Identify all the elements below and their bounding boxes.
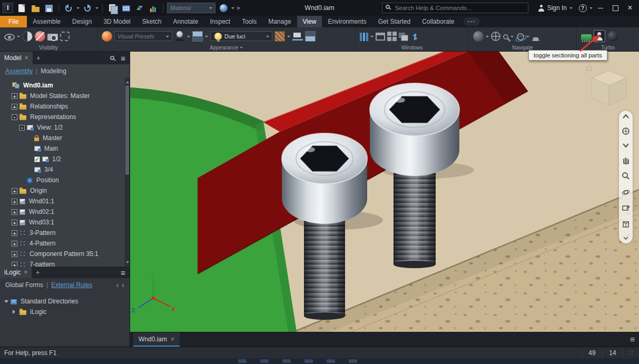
inventor-logo[interactable] (2, 2, 14, 14)
parameters-button[interactable] (120, 2, 132, 14)
material-dropdown[interactable]: Material (167, 3, 215, 13)
tree-item[interactable]: Master (0, 133, 130, 143)
toolbar-more-icon[interactable] (623, 236, 629, 240)
appearance-button[interactable] (218, 2, 229, 14)
lighting-dropdown[interactable]: Due luci (210, 31, 272, 41)
navigation-wheel-icon[interactable] (622, 127, 630, 135)
reflections-icon[interactable] (192, 31, 203, 42)
close-button[interactable] (623, 1, 637, 15)
tree-item[interactable]: + Wnd01:1 (0, 196, 130, 206)
expander-icon[interactable]: + (12, 241, 17, 247)
chevron-down-icon[interactable] (370, 36, 373, 39)
tree-item[interactable]: + 3-Pattern (0, 228, 130, 238)
tree-item[interactable]: Standard Directories (0, 296, 130, 307)
expander-icon[interactable]: + (12, 262, 17, 267)
degrees-of-freedom-icon[interactable] (60, 32, 70, 41)
tab-list-icon[interactable] (626, 335, 639, 345)
tree-item[interactable]: + 4-Pattern (0, 238, 130, 249)
navigation-sphere-icon[interactable] (473, 31, 484, 42)
textures-icon[interactable] (274, 31, 285, 42)
navigation-wheel-icon[interactable] (491, 32, 500, 41)
document-tab[interactable]: Wnd0.iam (133, 332, 180, 347)
taskbar-icon[interactable] (327, 359, 335, 363)
tree-item[interactable]: + Origin (0, 185, 130, 196)
tree-item[interactable]: + Model States: Master (0, 91, 130, 101)
chevron-down-icon[interactable] (526, 36, 529, 39)
expand-arrow-icon[interactable] (13, 310, 17, 314)
tab-tools[interactable]: Tools (236, 16, 262, 27)
expander-icon[interactable] (26, 146, 32, 152)
cascade-windows-icon[interactable] (399, 33, 408, 41)
tree-item[interactable]: 1/2 (0, 154, 130, 164)
expander-icon[interactable] (19, 178, 25, 183)
tree-item[interactable]: 3/4 (0, 164, 130, 175)
next-icon[interactable] (122, 281, 124, 289)
scroll-up-icon[interactable] (622, 114, 630, 119)
global-forms-link[interactable]: Global Forms (5, 281, 43, 289)
expander-icon[interactable]: + (12, 188, 17, 194)
scroll-down-icon[interactable] (126, 261, 129, 265)
chevron-down-icon[interactable] (287, 36, 290, 39)
sign-in-button[interactable]: Sign In (535, 4, 576, 12)
assembly-mode-link[interactable]: Assembly (5, 67, 33, 75)
view-cube-tool-icon[interactable] (622, 220, 630, 229)
expander-icon[interactable]: + (12, 104, 17, 110)
switch-windows-icon[interactable] (410, 33, 420, 41)
chevron-down-icon[interactable] (187, 36, 190, 39)
scroll-down-icon[interactable] (622, 143, 630, 148)
expander-icon[interactable]: + (12, 209, 17, 215)
turbo-sphere-icon[interactable] (607, 31, 618, 42)
appearance-override-icon[interactable] (22, 31, 33, 42)
camera-icon[interactable] (47, 34, 58, 41)
user-interface-icon[interactable] (360, 33, 368, 41)
ribbon-overflow-icon[interactable] (464, 17, 480, 26)
tab-file[interactable]: File (0, 16, 27, 27)
help-dropdown-icon[interactable] (589, 7, 593, 11)
tab-assemble[interactable]: Assemble (27, 16, 66, 27)
chevron-down-icon[interactable] (240, 47, 243, 50)
expander-icon[interactable]: + (12, 93, 17, 99)
panel-menu-icon[interactable] (116, 54, 130, 63)
tab-get-started[interactable]: Get Started (372, 16, 416, 27)
shadows-icon[interactable] (174, 31, 185, 42)
new-file-button[interactable] (16, 2, 27, 14)
search-input[interactable] (382, 3, 528, 13)
tab-annotate[interactable]: Annotate (167, 16, 204, 27)
chevron-down-icon[interactable] (205, 36, 208, 39)
save-button[interactable] (43, 2, 55, 14)
taskbar-icon[interactable] (260, 359, 269, 363)
tree-item[interactable]: Main (0, 143, 130, 154)
chevron-down-icon[interactable] (510, 36, 514, 39)
chevron-down-icon[interactable] (486, 36, 489, 39)
home-icon[interactable] (586, 65, 592, 71)
tab-inspect[interactable]: Inspect (204, 16, 236, 27)
tab-environments[interactable]: Environments (322, 16, 372, 27)
expander-icon[interactable] (26, 156, 32, 162)
redo-button[interactable] (82, 2, 93, 14)
modeling-mode-link[interactable]: Modeling (41, 67, 66, 75)
panel-menu-icon[interactable] (116, 268, 130, 277)
expander-icon[interactable]: + (12, 230, 17, 236)
3d-viewport[interactable]: Y X Z (130, 52, 639, 332)
close-icon[interactable] (25, 54, 28, 62)
grid-icon[interactable] (628, 350, 635, 356)
tab-3d-model[interactable]: 3D Model (97, 16, 136, 27)
orbit-icon[interactable] (517, 33, 524, 41)
tab-manage[interactable]: Manage (262, 16, 297, 27)
ground-reflections-icon[interactable] (305, 31, 316, 42)
tab-design[interactable]: Design (66, 16, 97, 27)
visual-presets-dropdown[interactable]: Visual Presets (114, 31, 172, 41)
close-icon[interactable] (171, 336, 174, 343)
tree-item[interactable]: + Component Pattern 35:1 (0, 249, 130, 259)
expander-icon[interactable] (4, 83, 10, 88)
maximize-button[interactable] (608, 1, 622, 15)
appearance-dropdown-icon[interactable] (231, 7, 234, 11)
ground-plane-icon[interactable] (292, 31, 303, 42)
new-window-icon[interactable] (376, 33, 385, 41)
undo-button[interactable] (63, 2, 74, 14)
add-panel-button[interactable] (33, 54, 44, 62)
tab-ilogic[interactable]: iLogic (0, 267, 32, 278)
taskbar-icon[interactable] (282, 359, 291, 363)
minimize-button[interactable] (594, 1, 607, 15)
tree-item[interactable]: - Representations (0, 112, 130, 122)
